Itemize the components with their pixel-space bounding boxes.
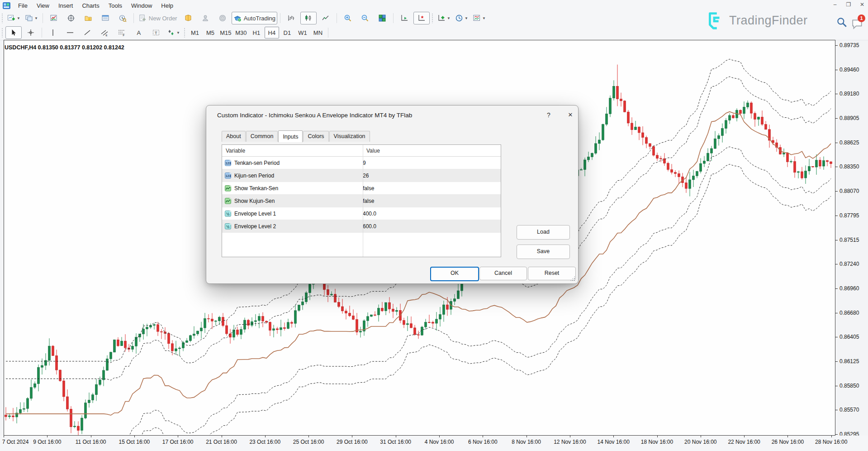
timeframe-h1[interactable]: H1 [249, 27, 264, 38]
autotrading-button[interactable]: AutoTrading [232, 12, 277, 24]
navigator-button[interactable] [80, 12, 96, 24]
param-type-series-icon [224, 185, 232, 192]
save-button[interactable]: Save [517, 245, 570, 259]
notification-badge[interactable]: 1 [858, 14, 865, 22]
time-axis[interactable]: 7 Oct 20249 Oct 16:0011 Oct 16:0015 Oct … [0, 436, 868, 451]
tab-visualization[interactable]: Visualization [329, 131, 370, 142]
close-icon[interactable]: ✕ [859, 1, 865, 8]
menu-charts[interactable]: Charts [77, 1, 104, 10]
timeframe-w1[interactable]: W1 [295, 27, 310, 38]
timeframe-mn[interactable]: MN [311, 27, 325, 38]
text-tool-button[interactable]: A [131, 26, 147, 39]
zoom-in-button[interactable] [340, 12, 356, 24]
param-row-envelope-level-1[interactable]: ½Envelope Level 1400.0 [222, 207, 501, 220]
menu-help[interactable]: Help [157, 1, 178, 10]
param-row-envelope-level-2[interactable]: ½Envelope Level 2600.0 [222, 220, 501, 233]
metaeditor-icon [184, 14, 192, 22]
price-tick [835, 45, 838, 46]
menu-window[interactable]: Window [127, 1, 157, 10]
terminal-button[interactable] [97, 12, 114, 24]
horizontal-line-tool-button[interactable] [62, 26, 78, 39]
terminal-icon [101, 14, 109, 22]
text-label-tool-button[interactable]: T [148, 26, 164, 39]
param-value[interactable]: 600.0 [359, 223, 376, 230]
price-tick [835, 240, 838, 240]
timeframe-d1[interactable]: D1 [280, 27, 294, 38]
param-value[interactable]: false [359, 185, 374, 192]
menu-file[interactable]: File [14, 1, 32, 10]
trendline-tool-button[interactable] [79, 26, 95, 39]
maximize-icon[interactable]: ❐ [845, 1, 852, 8]
param-row-show-kujun-sen[interactable]: Show Kujun-Senfalse [222, 195, 501, 207]
crosshair-tool-button[interactable] [23, 26, 39, 39]
line-chart-mode-button[interactable] [318, 12, 334, 24]
tab-common[interactable]: Common [246, 131, 278, 142]
new-chart-button[interactable]: ▼ [5, 12, 22, 24]
timeframe-m15[interactable]: M15 [218, 27, 233, 38]
alerts-button[interactable] [214, 12, 231, 24]
periods-button[interactable]: ▼ [453, 12, 470, 24]
time-tick [483, 436, 483, 437]
vertical-line-tool-button[interactable] [45, 26, 61, 39]
chevron-down-icon: ▼ [17, 16, 20, 20]
time-axis-label: 29 Oct 16:00 [337, 439, 368, 445]
arrows-tool-button[interactable]: ▼ [165, 26, 182, 39]
equidistant-channel-tool-button[interactable]: E [96, 26, 113, 39]
param-value[interactable]: 26 [359, 173, 369, 179]
cursor-tool-button[interactable] [5, 26, 22, 39]
tab-colors[interactable]: Colors [303, 131, 328, 142]
param-row-show-tenkan-sen[interactable]: Show Tenkan-Senfalse [222, 182, 501, 195]
dialog-close-icon[interactable]: ✕ [564, 109, 576, 121]
data-window-button[interactable] [63, 12, 79, 24]
timeframe-m30[interactable]: M30 [234, 27, 248, 38]
metaeditor-button[interactable] [180, 12, 196, 24]
indicators-list-button[interactable]: ▼ [436, 12, 452, 24]
zoom-out-button[interactable] [357, 12, 373, 24]
profile-charts-button[interactable]: ▼ [23, 12, 40, 24]
timeframe-m1[interactable]: M1 [188, 27, 202, 38]
timeframe-m5[interactable]: M5 [203, 27, 218, 38]
ok-button[interactable]: OK [430, 267, 479, 281]
menu-insert[interactable]: Insert [54, 1, 78, 10]
dialog-help-button[interactable]: ? [543, 109, 555, 121]
tile-windows-button[interactable] [374, 12, 390, 24]
text-icon: A [135, 29, 143, 37]
alerts-icon [218, 14, 227, 22]
search-icon[interactable] [836, 16, 848, 28]
time-axis-label: 8 Nov 16:00 [512, 439, 541, 445]
price-tick [835, 167, 838, 167]
candlestick-mode-button[interactable] [300, 12, 317, 24]
menu-items: FileViewInsertChartsToolsWindowHelp [14, 1, 178, 10]
cancel-button[interactable]: Cancel [479, 267, 527, 280]
timeframe-h4[interactable]: H4 [265, 27, 279, 38]
strategy-tester-button[interactable] [114, 12, 131, 24]
reset-button[interactable]: Reset [528, 267, 576, 280]
market-watch-button[interactable] [46, 12, 62, 24]
time-tick [91, 436, 91, 437]
param-row-kijun-sen-period[interactable]: 123Kijun-sen Period26 [222, 169, 501, 182]
toolbar-grip [184, 28, 186, 38]
price-axis[interactable]: 0.897350.894600.891800.889050.886250.883… [835, 40, 868, 436]
fibonacci-tool-button[interactable]: F [114, 26, 130, 39]
param-type-double-icon: ½ [224, 223, 232, 230]
load-button[interactable]: Load [517, 225, 570, 240]
param-value[interactable]: 400.0 [359, 211, 376, 217]
chart-shift-button[interactable] [413, 12, 430, 24]
menu-tools[interactable]: Tools [104, 1, 127, 10]
time-axis-label: 17 Oct 16:00 [162, 439, 194, 445]
auto-scroll-button[interactable] [396, 12, 413, 24]
tab-inputs[interactable]: Inputs [278, 130, 303, 142]
param-row-tenkan-sen-period[interactable]: 123Tenkan-sen Period9 [222, 157, 501, 169]
menu-view[interactable]: View [32, 1, 54, 10]
bar-chart-mode-button[interactable] [283, 12, 299, 24]
expert-advisors-button[interactable] [197, 12, 213, 24]
price-axis-label: 0.85570 [840, 407, 859, 413]
minimize-icon[interactable]: – [832, 1, 838, 8]
templates-button[interactable]: ▼ [471, 12, 488, 24]
chevron-down-icon: ▼ [447, 16, 451, 20]
time-tick [701, 436, 701, 437]
new-order-button[interactable]: New Order [137, 12, 179, 24]
param-value[interactable]: false [359, 198, 374, 204]
tab-about[interactable]: About [222, 131, 246, 142]
time-tick [352, 436, 352, 437]
